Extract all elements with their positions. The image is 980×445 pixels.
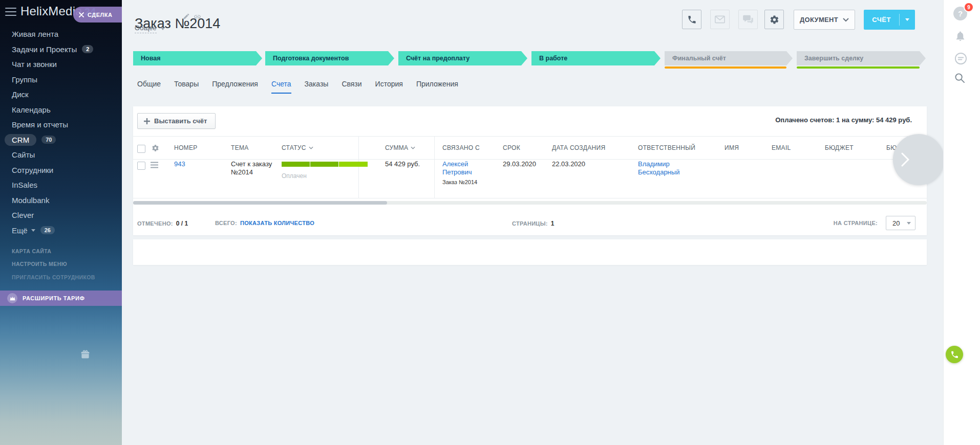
sidebar-item-drive[interactable]: Диск (0, 87, 122, 102)
edit-title-icon[interactable] (183, 13, 190, 22)
grid-row-bottom-border (133, 198, 927, 198)
sidebar-item-time-reports[interactable]: Время и отчеты (0, 117, 122, 132)
telephony-button[interactable] (946, 346, 963, 363)
column-header-email[interactable]: EMAIL (772, 144, 791, 151)
horizontal-scrollbar-track[interactable] (133, 201, 927, 205)
column-header-number[interactable]: НОМЕР (174, 144, 198, 151)
gift-icon[interactable] (80, 349, 90, 361)
invoice-number-link[interactable]: 943 (174, 160, 185, 168)
app-window: HelixMedia24 СДЕЛКА Живая лента Задачи и… (0, 0, 980, 445)
grid-header-top-border (133, 136, 927, 137)
stage-final-invoice[interactable]: Финальный счёт (665, 51, 793, 65)
sidebar-item-groups[interactable]: Группы (0, 72, 122, 87)
tab-products[interactable]: Товары (174, 80, 199, 94)
column-header-budget[interactable]: БЮДЖЕТ (825, 144, 854, 151)
menu-hamburger-icon[interactable] (5, 8, 16, 16)
column-header-responsible[interactable]: ОТВЕТСТВЕННЫЙ (638, 144, 695, 151)
invoice-button[interactable]: СЧЁТ (864, 10, 915, 30)
stage-final-invoice-underline (665, 66, 786, 69)
total-counter: ВСЕГО:ПОКАЗАТЬ КОЛИЧЕСТВО (215, 220, 314, 226)
chevron-down-icon (843, 18, 849, 22)
chat-button[interactable] (738, 10, 758, 29)
column-header-due[interactable]: СРОК (503, 144, 520, 151)
select-all-checkbox[interactable] (137, 145, 145, 153)
row-actions-menu-icon[interactable] (151, 161, 158, 170)
plus-icon (144, 118, 150, 124)
sidebar-item-tasks[interactable]: Задачи и Проекты2 (0, 42, 122, 57)
tab-quotes[interactable]: Предложения (212, 80, 258, 94)
sidebar-item-chat[interactable]: Чат и звонки (0, 57, 122, 72)
grid-settings-gear-icon[interactable] (152, 144, 159, 154)
sidebar-item-crm[interactable]: CRM70 (0, 132, 122, 148)
close-icon[interactable] (79, 12, 84, 17)
bell-icon[interactable] (954, 30, 966, 44)
sidebar-item-calendar[interactable]: Календарь (0, 102, 122, 118)
call-button[interactable] (682, 10, 701, 29)
sidebar-item-employees[interactable]: Сотрудники (0, 163, 122, 178)
related-deal-label: Заказ №2014 (442, 178, 489, 186)
link-icon[interactable] (194, 13, 201, 23)
sidebar-item-sites[interactable]: Сайты (0, 147, 122, 163)
column-header-created[interactable]: ДАТА СОЗДАНИЯ (552, 144, 605, 151)
stage-close-deal[interactable]: Завершить сделку (797, 51, 926, 65)
crm-count-badge: 70 (41, 136, 56, 144)
tab-general[interactable]: Общие (137, 80, 161, 94)
stage-prepayment-invoice[interactable]: Счёт на предоплату (398, 51, 527, 65)
chevron-right-icon (901, 152, 909, 167)
upgrade-plan-banner[interactable]: РАСШИРИТЬ ТАРИФ (0, 291, 122, 306)
column-header-name[interactable]: ИМЯ (725, 144, 739, 151)
stage-close-deal-underline (797, 66, 920, 69)
mail-icon (715, 15, 725, 24)
notification-count-badge: 9 (964, 2, 974, 12)
search-icon[interactable] (954, 73, 965, 85)
document-button[interactable]: ДОКУМЕНТ (794, 10, 855, 30)
add-invoice-button[interactable]: Выставить счёт (137, 113, 216, 129)
sidebar-link-sitemap[interactable]: КАРТА САЙТА (0, 244, 122, 258)
per-page-select[interactable]: 20 (886, 216, 915, 230)
settings-button[interactable] (764, 10, 784, 29)
tab-links[interactable]: Связи (342, 80, 361, 94)
tab-invoices[interactable]: Счета (271, 80, 291, 94)
comments-icon[interactable] (954, 52, 967, 67)
invoice-sum-cell: 54 429 руб. (385, 160, 420, 168)
sidebar-item-modulbank[interactable]: Modulbank (0, 193, 122, 208)
stage-new[interactable]: Новая (133, 51, 262, 65)
sort-chevron-icon (411, 146, 415, 149)
column-header-sum[interactable]: СУММА (385, 144, 415, 151)
invoice-status-label: Оплачен (282, 172, 307, 180)
invoice-dropdown-toggle[interactable] (900, 18, 915, 21)
sidebar-item-live-feed[interactable]: Живая лента (0, 27, 122, 42)
deal-slider-badge[interactable]: СДЕЛКА (73, 7, 122, 23)
column-divider (358, 136, 359, 198)
column-header-subject[interactable]: ТЕМА (231, 144, 249, 151)
invoice-created-date-cell: 22.03.2020 (552, 160, 585, 168)
tab-history[interactable]: История (375, 80, 403, 94)
chevron-down-icon (31, 229, 35, 232)
stage-docs-preparation[interactable]: Подготовка документов (265, 51, 394, 65)
responsible-user-link[interactable]: Владимир Бесходарный (638, 160, 679, 176)
horizontal-scrollbar-thumb[interactable] (133, 201, 387, 205)
empty-panel (133, 239, 927, 265)
email-button[interactable] (710, 10, 730, 29)
detail-tabs: Общие Товары Предложения Счета Заказы Св… (137, 80, 458, 94)
tab-apps[interactable]: Приложения (416, 80, 458, 94)
column-header-status[interactable]: СТАТУС (282, 144, 313, 151)
gear-icon (770, 15, 779, 25)
tab-orders[interactable]: Заказы (305, 80, 329, 94)
invoice-responsible-cell: Владимир Бесходарный (638, 160, 695, 176)
scroll-right-button[interactable] (893, 134, 944, 185)
sidebar-link-invite-employees[interactable]: ПРИГЛАСИТЬ СОТРУДНИКОВ (0, 271, 122, 284)
column-header-related[interactable]: СВЯЗАНО С (442, 144, 480, 151)
sidebar-link-configure-menu[interactable]: НАСТРОИТЬ МЕНЮ (0, 258, 122, 271)
related-contact-link[interactable]: Алексей Петрович (442, 160, 472, 176)
sidebar-item-insales[interactable]: InSales (0, 177, 122, 193)
invoice-due-date-cell: 29.03.2020 (503, 160, 536, 168)
sidebar-item-more[interactable]: Ещё26 (0, 223, 122, 238)
deal-category-selector[interactable]: Общее (135, 24, 165, 33)
show-count-link[interactable]: ПОКАЗАТЬ КОЛИЧЕСТВО (240, 220, 314, 226)
sidebar-item-clever[interactable]: Clever (0, 208, 122, 223)
invoice-subject-cell: Счет к заказу №2014 (231, 160, 273, 176)
stage-in-progress[interactable]: В работе (531, 51, 661, 65)
more-count-badge: 26 (40, 226, 55, 234)
row-checkbox[interactable] (137, 162, 145, 170)
